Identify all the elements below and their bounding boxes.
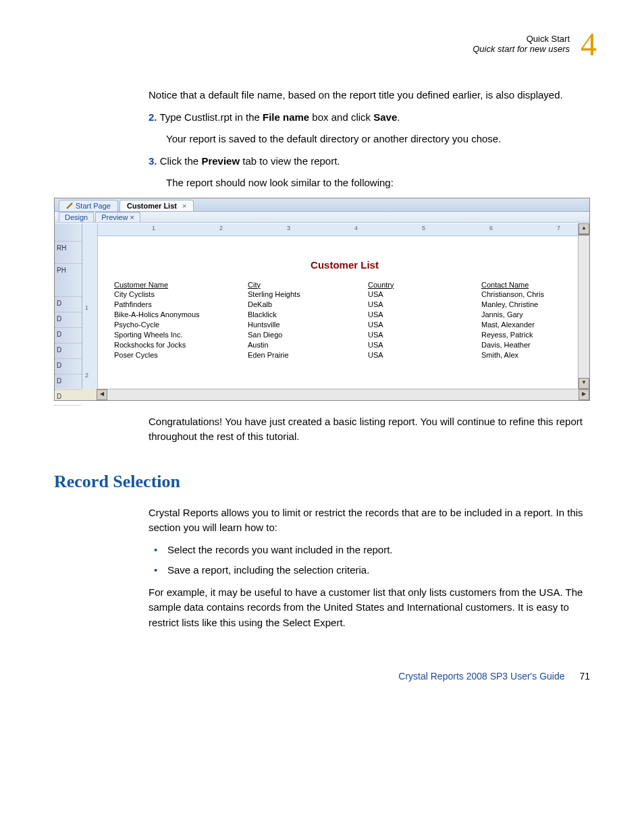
- work-area: RH PH D D D D D D D 1 2 1 2 3 4 5: [55, 223, 589, 389]
- table-row: Sporting Wheels Inc.San DiegoUSAReyess, …: [111, 330, 570, 340]
- col-header: Country: [365, 280, 479, 289]
- section-d: D: [55, 390, 82, 406]
- report-title: Customer List: [111, 259, 578, 271]
- pencil-icon: [66, 202, 73, 209]
- scroll-up-button[interactable]: ▲: [579, 223, 589, 234]
- header-line1: Quick Start: [54, 34, 570, 44]
- tab-label: Design: [65, 213, 88, 221]
- vertical-scrollbar[interactable]: ▲ ▼: [578, 223, 589, 389]
- tab-label: Start Page: [76, 202, 111, 210]
- table-header-row: Customer Name City Country Contact Name: [111, 280, 570, 289]
- page-header: Quick Start Quick start for new users 4: [54, 34, 590, 61]
- paragraph-crystal: Crystal Reports allows you to limit or r…: [149, 505, 590, 536]
- close-icon[interactable]: ×: [130, 213, 134, 221]
- header-line2: Quick start for new users: [54, 44, 570, 54]
- paragraph-congrats: Congratulations! You have just created a…: [149, 414, 590, 445]
- tab-design[interactable]: Design: [59, 212, 94, 222]
- section-d: D: [55, 297, 82, 312]
- section-d: D: [55, 375, 82, 390]
- paragraph-similar: The report should now look similar to th…: [166, 175, 590, 191]
- section-d: D: [55, 312, 82, 328]
- col-header: City: [245, 280, 365, 289]
- section-rh: RH: [55, 242, 82, 264]
- report-preview-screenshot: Start Page Customer List × Design Previe…: [54, 198, 590, 401]
- tab-label: Customer List: [127, 202, 177, 210]
- step-number-3: 3.: [149, 155, 157, 167]
- document-tabs: Start Page Customer List ×: [55, 198, 589, 212]
- paragraph-notice: Notice that a default file name, based o…: [149, 88, 590, 103]
- scroll-thumb[interactable]: [579, 234, 589, 236]
- svg-line-0: [67, 203, 72, 209]
- vertical-ruler: 1 2: [82, 223, 98, 389]
- table-row: City CyclistsSterling HeightsUSAChristia…: [111, 289, 570, 300]
- report-data-table: Customer Name City Country Contact Name …: [111, 280, 570, 360]
- section-ph: PH: [55, 264, 82, 297]
- section-gutter: RH PH D D D D D D D: [55, 223, 82, 389]
- col-header: Customer Name: [111, 280, 245, 289]
- step-3: 3. Click the Preview tab to view the rep…: [149, 154, 590, 169]
- step-number-2: 2.: [149, 111, 157, 123]
- tab-start-page[interactable]: Start Page: [59, 200, 118, 211]
- table-row: Bike-A-Holics AnonymousBlacklickUSAJanni…: [111, 310, 570, 320]
- horizontal-scrollbar[interactable]: ◀ ▶: [97, 389, 589, 400]
- table-row: Poser CyclesEden PrairieUSASmith, Alex: [111, 350, 570, 360]
- tab-customer-list[interactable]: Customer List ×: [119, 200, 194, 211]
- tab-preview[interactable]: Preview ×: [95, 212, 140, 222]
- page-footer: Crystal Reports 2008 SP3 User's Guide 71: [54, 671, 590, 682]
- section-d: D: [55, 328, 82, 343]
- footer-page-number: 71: [579, 671, 590, 682]
- scroll-left-button[interactable]: ◀: [97, 389, 107, 400]
- tab-label: Preview: [101, 213, 128, 221]
- table-row: Psycho-CycleHuntsvilleUSAMast, Alexander: [111, 320, 570, 330]
- scroll-right-button[interactable]: ▶: [579, 389, 589, 400]
- step-2: 2. Type Custlist.rpt in the File name bo…: [149, 110, 590, 126]
- list-item: Save a report, including the selection c…: [149, 563, 590, 578]
- footer-guide-title: Crystal Reports 2008 SP3 User's Guide: [398, 671, 564, 682]
- report-canvas: 1 2 3 4 5 6 7 Customer List Customer Nam…: [98, 223, 578, 389]
- step-2-sub: Your report is saved to the default dire…: [166, 132, 590, 147]
- view-tabs: Design Preview ×: [55, 212, 589, 223]
- heading-record-selection: Record Selection: [54, 472, 590, 492]
- table-row: PathfindersDeKalbUSAManley, Christine: [111, 300, 570, 310]
- section-d: D: [55, 343, 82, 359]
- horizontal-ruler: 1 2 3 4 5 6 7: [98, 223, 578, 236]
- section-d: D: [55, 359, 82, 375]
- list-item: Select the records you want included in …: [149, 543, 590, 558]
- scroll-down-button[interactable]: ▼: [579, 378, 589, 389]
- bullet-list: Select the records you want included in …: [149, 543, 590, 578]
- paragraph-example: For example, it may be useful to have a …: [149, 585, 590, 631]
- col-header: Contact Name: [479, 280, 570, 289]
- chapter-number: 4: [581, 26, 597, 63]
- close-icon[interactable]: ×: [182, 202, 186, 210]
- table-row: Rockshocks for JocksAustinUSADavis, Heat…: [111, 340, 570, 350]
